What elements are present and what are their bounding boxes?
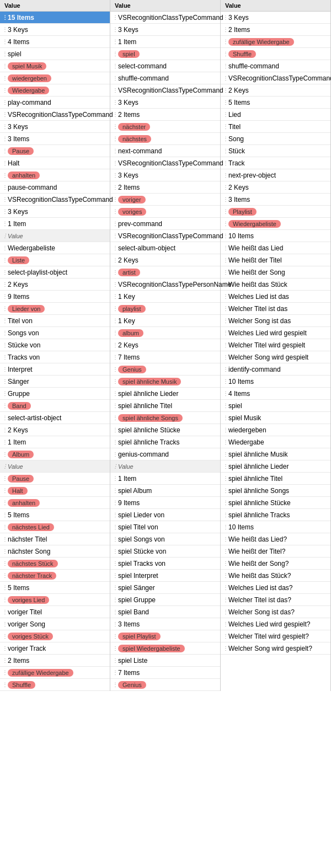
column-0: Value15 Items3 Keys4 Itemsspielspiel Mus… [0, 0, 110, 691]
row-tag-1-51: spiel Playlist [110, 630, 220, 642]
row-0-16: 3 Keys [0, 206, 110, 218]
row-2-33: spiel Musik [221, 412, 330, 424]
row-2-26: Welches Lied wird gespielt [221, 327, 330, 339]
row-1-6: VSRecognitionClassTypeCommand [110, 84, 220, 97]
row-tag-2-2: zufällige Wiedergabe [221, 36, 330, 48]
section-header-1-37: Value [110, 460, 220, 473]
row-2-10: Song [221, 133, 330, 145]
row-2-38: spiel ähnliche Titel [221, 473, 330, 485]
row-2-6: 2 Keys [221, 84, 330, 97]
row-1-8: 2 Items [110, 109, 220, 121]
row-1-47: spiel Sänger [110, 582, 220, 594]
row-tag-0-6: Wiedergabe [0, 84, 110, 97]
row-1-44: spiel Stücke von [110, 545, 220, 558]
tag-0-6: Wiedergabe [8, 87, 49, 94]
tag-0-13: anhalten [8, 172, 40, 179]
row-2-19: Wie heißt das Lied [221, 242, 330, 254]
row-1-17: prev-command [110, 218, 220, 230]
col-header-1: Value [110, 0, 220, 12]
row-1-0: VSRecognitionClassTypeCommand [110, 12, 220, 24]
row-1-43: spiel Songs von [110, 533, 220, 545]
tag-0-4: spiel Musik [8, 62, 46, 70]
row-2-50: Welches Lied wird gespielt? [221, 618, 330, 630]
row-tag-0-36: Album [0, 448, 110, 460]
row-2-35: Wiedergabe [221, 436, 330, 448]
row-2-23: Welches Lied ist das [221, 291, 330, 303]
row-0-41: 5 Items [0, 509, 110, 521]
row-0-43: nächster Titel [0, 533, 110, 545]
row-0-49: voriger Titel [0, 606, 110, 618]
row-1-20: 2 Keys [110, 254, 220, 266]
row-1-13: 3 Keys [110, 169, 220, 181]
row-2-36: spiel ähnliche Musik [221, 448, 330, 460]
row-2-42: 10 Items [221, 521, 330, 533]
row-tag-1-15: voriger [110, 194, 220, 206]
main-grid: Value15 Items3 Keys4 Itemsspielspiel Mus… [0, 0, 331, 691]
row-0-27: Stücke von [0, 339, 110, 351]
tag-1-3: spiel [118, 50, 140, 58]
row-tag-0-48: voriges Lied [0, 594, 110, 606]
row-1-22: VSRecognitionClassTypePersonName [110, 278, 220, 291]
row-2-20: Wie heißt der Titel [221, 254, 330, 266]
row-0-52: voriger Track [0, 642, 110, 655]
row-2-14: 2 Keys [221, 181, 330, 194]
row-tag-1-55: Genius [110, 679, 220, 691]
row-1-1: 3 Keys [110, 24, 220, 36]
row-0-10: 3 Items [0, 133, 110, 145]
row-2-13: next-prev-object [221, 169, 330, 181]
row-1-54: 7 Items [110, 667, 220, 679]
row-tag-0-20: Liste [0, 254, 110, 266]
row-2-0: 3 Keys [221, 12, 330, 24]
row-2-27: Welcher Titel wird gespielt [221, 339, 330, 351]
row-0-23: 9 Items [0, 291, 110, 303]
row-2-47: Welches Lied ist das? [221, 582, 330, 594]
row-2-43: Wie heißt das Lied? [221, 533, 330, 545]
row-tag-0-13: anhalten [0, 169, 110, 181]
row-tag-1-9: nächster [110, 121, 220, 133]
row-tag-0-24: Lieder von [0, 303, 110, 315]
row-2-24: Welcher Titel ist das [221, 303, 330, 315]
row-tag-1-16: voriges [110, 206, 220, 218]
col-header-0: Value [0, 0, 110, 12]
tag-0-54: zufällige Wiedergabe [8, 669, 73, 677]
row-1-50: 3 Items [110, 618, 220, 630]
row-1-23: 1 Key [110, 291, 220, 303]
row-0-53: 2 Items [0, 655, 110, 667]
row-1-14: 2 Items [110, 181, 220, 194]
row-2-4: shuffle-command [221, 60, 330, 72]
row-highlighted-0-0[interactable]: 15 Items [0, 12, 110, 24]
tag-1-24: playlist [118, 305, 146, 313]
tag-1-55: Genius [118, 681, 146, 689]
row-2-45: Wie heißt der Song? [221, 558, 330, 570]
row-1-38: 1 Item [110, 473, 220, 485]
tag-1-29: Genius [118, 366, 146, 373]
row-0-33: select-artist-object [0, 412, 110, 424]
tag-2-17: Wiedergabeliste [228, 220, 281, 228]
row-tag-0-40: anhalten [0, 497, 110, 509]
row-2-44: Wie heißt der Titel? [221, 545, 330, 558]
row-tag-1-52: spiel Wiedergabeliste [110, 642, 220, 655]
row-1-5: shuffle-command [110, 72, 220, 84]
row-1-53: spiel Liste [110, 655, 220, 667]
row-2-39: spiel ähnliche Songs [221, 485, 330, 497]
row-2-15: 3 Items [221, 194, 330, 206]
row-0-26: Songs von [0, 327, 110, 339]
tag-1-30: spiel ähnliche Musik [118, 378, 181, 385]
row-0-21: select-playlist-object [0, 266, 110, 278]
row-2-18: 10 Items [221, 230, 330, 242]
row-0-30: Sänger [0, 376, 110, 388]
tag-2-3: Shuffle [228, 50, 256, 58]
row-0-35: 1 Item [0, 436, 110, 448]
row-0-9: 3 Keys [0, 121, 110, 133]
row-2-5: VSRecognitionClassTypeCommand [221, 72, 330, 84]
row-0-8: VSRecognitionClassTypeCommand [0, 109, 110, 121]
row-2-9: Titel [221, 121, 330, 133]
row-0-47: 5 Items [0, 582, 110, 594]
row-2-25: Welcher Song ist das [221, 315, 330, 327]
tag-1-51: spiel Playlist [118, 633, 161, 640]
row-2-29: identify-command [221, 363, 330, 376]
row-0-22: 2 Keys [0, 278, 110, 291]
row-tag-1-29: Genius [110, 363, 220, 376]
row-1-40: 9 Items [110, 497, 220, 509]
row-tag-0-42: nächstes Lied [0, 521, 110, 533]
